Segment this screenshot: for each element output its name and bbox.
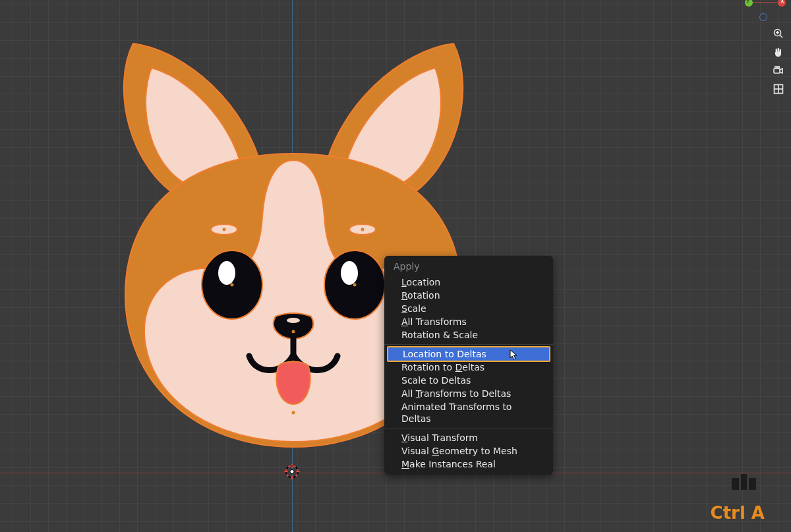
menu-item-scale-to-deltas[interactable]: Scale to Deltas (384, 374, 553, 387)
svg-point-6 (778, 67, 780, 69)
screencast-hotkey-hint: Ctrl A (711, 503, 765, 523)
menu-item-visual-transform[interactable]: Visual Transform (384, 431, 553, 444)
menu-item-location-to-deltas[interactable]: Location to Deltas (387, 346, 550, 362)
menu-item-location[interactable]: Location (384, 276, 553, 289)
viewport-side-toolbar (770, 26, 787, 96)
menu-item-animated-transforms-to-deltas[interactable]: Animated Transforms to Deltas (384, 400, 553, 425)
svg-point-15 (361, 228, 365, 231)
gizmo-x-line (751, 2, 779, 3)
svg-point-22 (353, 283, 357, 287)
svg-point-24 (292, 330, 295, 334)
svg-point-16 (292, 411, 295, 415)
menu-item-rotation-to-deltas[interactable]: Rotation to Deltas (384, 361, 553, 374)
mouse-right-indicator (749, 478, 756, 490)
apply-context-menu: Apply LocationRotationScaleAll Transform… (384, 256, 553, 475)
grid-icon[interactable] (771, 82, 786, 96)
camera-icon[interactable] (771, 63, 786, 78)
mouse-middle-indicator (741, 474, 747, 490)
svg-point-27 (290, 470, 294, 474)
gizmo-x-label: X (780, 0, 784, 5)
svg-point-12 (236, 196, 239, 200)
svg-rect-4 (774, 69, 780, 73)
axis-gizmo[interactable]: X Y (744, 1, 783, 16)
menu-item-rotation[interactable]: Rotation (384, 289, 553, 302)
svg-point-5 (775, 67, 777, 69)
menu-title: Apply (384, 256, 553, 276)
gizmo-z-ball[interactable] (759, 13, 767, 21)
menu-item-all-transforms-to-deltas[interactable]: All Transforms to Deltas (384, 387, 553, 400)
svg-point-18 (218, 261, 235, 285)
svg-point-21 (231, 283, 234, 287)
mouse-left-indicator (732, 478, 739, 490)
zoom-icon[interactable] (771, 26, 786, 41)
menu-item-scale[interactable]: Scale (384, 302, 553, 315)
pan-hand-icon[interactable] (771, 45, 786, 59)
menu-item-visual-geometry-to-mesh[interactable]: Visual Geometry to Mesh (384, 444, 553, 458)
svg-point-20 (341, 261, 358, 285)
3d-cursor-icon (283, 463, 301, 483)
gizmo-y-label: Y (746, 0, 750, 5)
screencast-mouse-overlay (732, 478, 758, 498)
svg-point-14 (223, 228, 226, 231)
menu-item-all-transforms[interactable]: All Transforms (384, 315, 553, 328)
menu-item-rotation-scale[interactable]: Rotation & Scale (384, 328, 553, 341)
menu-item-make-instances-real[interactable]: Make Instances Real (384, 458, 553, 471)
svg-point-13 (348, 196, 351, 200)
blender-viewport[interactable]: X Y (0, 0, 791, 532)
svg-point-23 (287, 318, 300, 323)
svg-line-1 (780, 35, 782, 38)
